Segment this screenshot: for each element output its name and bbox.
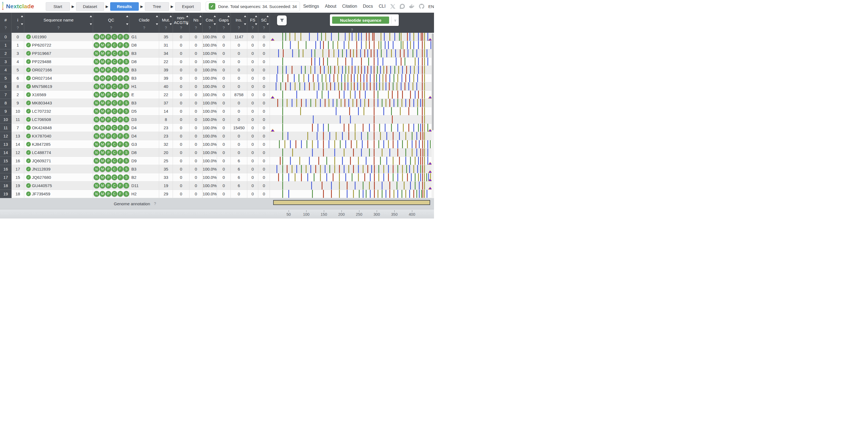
qc-badge-F[interactable]: F bbox=[118, 133, 123, 139]
qc-badge-P[interactable]: P bbox=[105, 117, 111, 122]
qc-badge-C[interactable]: C bbox=[112, 34, 117, 40]
sequence-view[interactable] bbox=[270, 49, 434, 58]
qc-badge-M[interactable]: M bbox=[100, 92, 105, 97]
sort-arrows-icon[interactable] bbox=[21, 16, 23, 25]
qc-badge-F[interactable]: F bbox=[118, 108, 123, 114]
column-header-fs[interactable]: FS? bbox=[247, 13, 258, 33]
qc-badge-S[interactable]: S bbox=[123, 51, 129, 56]
qc-badge-S[interactable]: S bbox=[123, 42, 129, 48]
column-help[interactable]: ? bbox=[223, 26, 225, 33]
qc-badge-N[interactable]: N bbox=[94, 125, 99, 130]
column-header-ins[interactable]: Ins.? bbox=[231, 13, 247, 33]
qc-badge-S[interactable]: S bbox=[123, 117, 129, 122]
column-help[interactable]: ? bbox=[180, 26, 182, 33]
qc-badge-C[interactable]: C bbox=[112, 59, 117, 64]
qc-badge-M[interactable]: M bbox=[100, 141, 105, 147]
qc-badge-F[interactable]: F bbox=[118, 84, 123, 89]
qc-badge-N[interactable]: N bbox=[94, 75, 99, 81]
sequence-name-text[interactable]: LC706508 bbox=[32, 117, 51, 122]
qc-badge-N[interactable]: N bbox=[94, 150, 99, 155]
qc-badge-F[interactable]: F bbox=[118, 125, 123, 130]
column-help[interactable]: ? bbox=[5, 26, 7, 33]
sequence-view[interactable] bbox=[270, 190, 434, 198]
qc-badge-F[interactable]: F bbox=[118, 191, 123, 197]
sort-arrows-icon[interactable] bbox=[267, 16, 269, 25]
qc-badge-N[interactable]: N bbox=[94, 166, 99, 172]
nav-link-settings[interactable]: Settings bbox=[303, 4, 319, 9]
sequence-view[interactable] bbox=[270, 107, 434, 115]
step-button-tree[interactable]: Tree bbox=[145, 2, 169, 11]
nextclade-logo-icon[interactable] bbox=[2, 2, 3, 11]
column-header-cov[interactable]: Cov.? bbox=[203, 13, 217, 33]
qc-badge-F[interactable]: F bbox=[118, 141, 123, 147]
qc-badge-M[interactable]: M bbox=[100, 84, 105, 89]
github-icon[interactable] bbox=[419, 4, 424, 9]
qc-badge-N[interactable]: N bbox=[94, 158, 99, 164]
sequence-name-text[interactable]: JN112839 bbox=[32, 167, 51, 171]
table-row[interactable]: 11✓PP620722NMPCFSD83100100.0%0000 bbox=[0, 41, 434, 49]
sort-arrows-icon[interactable] bbox=[227, 16, 230, 25]
sort-arrows-icon[interactable] bbox=[244, 16, 246, 25]
qc-badge-F[interactable]: F bbox=[118, 150, 123, 155]
qc-badge-N[interactable]: N bbox=[94, 108, 99, 114]
column-header-sc[interactable]: SC? bbox=[258, 13, 270, 33]
qc-badge-C[interactable]: C bbox=[112, 92, 117, 97]
sequence-view-dropdown[interactable]: Nucleotide sequence∨ bbox=[330, 14, 399, 26]
column-help[interactable]: ? bbox=[209, 26, 211, 33]
column-help[interactable]: ? bbox=[58, 26, 60, 33]
sequence-name-text[interactable]: PP319667 bbox=[32, 51, 51, 56]
column-header-ns[interactable]: Ns? bbox=[189, 13, 203, 33]
table-row[interactable]: 89✓MK803443NMPCFSB33700100.0%0000 bbox=[0, 99, 434, 107]
table-row[interactable]: 1715✓JQ627680NMPCFSB23300100.0%0600 bbox=[0, 173, 434, 182]
filter-button[interactable] bbox=[277, 16, 287, 25]
sequence-view[interactable] bbox=[270, 41, 434, 49]
qc-badge-S[interactable]: S bbox=[123, 141, 129, 147]
sequence-name-text[interactable]: JF739459 bbox=[32, 192, 51, 196]
qc-badge-M[interactable]: M bbox=[100, 166, 105, 172]
qc-badge-S[interactable]: S bbox=[123, 166, 129, 172]
qc-badge-P[interactable]: P bbox=[105, 92, 111, 97]
nav-link-citation[interactable]: Citation bbox=[342, 4, 357, 9]
qc-badge-C[interactable]: C bbox=[112, 84, 117, 89]
qc-badge-M[interactable]: M bbox=[100, 133, 105, 139]
qc-badge-C[interactable]: C bbox=[112, 141, 117, 147]
language-selector[interactable]: EN bbox=[428, 4, 434, 9]
sequence-name-text[interactable]: GU440575 bbox=[32, 183, 52, 188]
qc-badge-P[interactable]: P bbox=[105, 51, 111, 56]
qc-badge-S[interactable]: S bbox=[123, 150, 129, 155]
sequence-view[interactable] bbox=[270, 82, 434, 91]
qc-badge-M[interactable]: M bbox=[100, 34, 105, 40]
table-row[interactable]: 34✓PP229488NMPCFSD82200100.0%0000 bbox=[0, 58, 434, 66]
qc-badge-C[interactable]: C bbox=[112, 183, 117, 188]
sequence-view[interactable] bbox=[270, 74, 434, 82]
qc-badge-C[interactable]: C bbox=[112, 174, 117, 180]
sequence-view[interactable] bbox=[270, 132, 434, 140]
qc-badge-S[interactable]: S bbox=[123, 183, 129, 188]
qc-badge-N[interactable]: N bbox=[94, 59, 99, 64]
qc-badge-N[interactable]: N bbox=[94, 141, 99, 147]
qc-badge-F[interactable]: F bbox=[118, 34, 123, 40]
column-header-clade[interactable]: Clade? bbox=[129, 13, 159, 33]
table-row[interactable]: 72✓X16569NMPCFSE2200100.0%0875800 bbox=[0, 91, 434, 99]
qc-badge-S[interactable]: S bbox=[123, 75, 129, 81]
qc-badge-M[interactable]: M bbox=[100, 183, 105, 188]
qc-badge-P[interactable]: P bbox=[105, 183, 111, 188]
table-row[interactable]: 1412✓LC488774NMPCFSD82000100.0%0000 bbox=[0, 148, 434, 157]
qc-badge-F[interactable]: F bbox=[118, 166, 123, 172]
qc-badge-P[interactable]: P bbox=[105, 67, 111, 73]
qc-badge-F[interactable]: F bbox=[118, 67, 123, 73]
qc-badge-C[interactable]: C bbox=[112, 158, 117, 164]
qc-badge-M[interactable]: M bbox=[100, 125, 105, 130]
genome-annotation-gene-bar[interactable] bbox=[273, 200, 430, 205]
genome-annotation-help[interactable]: ? bbox=[154, 201, 156, 206]
table-row[interactable]: 1011✓LC706508NMPCFSD3800100.0%0000 bbox=[0, 115, 434, 124]
sequence-view[interactable] bbox=[270, 115, 434, 124]
qc-badge-F[interactable]: F bbox=[118, 174, 123, 180]
table-row[interactable]: 1314✓KJ847285NMPCFSG33200100.0%0000 bbox=[0, 140, 434, 148]
qc-badge-N[interactable]: N bbox=[94, 191, 99, 197]
sort-arrows-icon[interactable] bbox=[169, 16, 172, 25]
qc-badge-M[interactable]: M bbox=[100, 75, 105, 81]
column-help[interactable]: ? bbox=[143, 26, 146, 33]
qc-badge-P[interactable]: P bbox=[105, 166, 111, 172]
qc-badge-S[interactable]: S bbox=[123, 133, 129, 139]
